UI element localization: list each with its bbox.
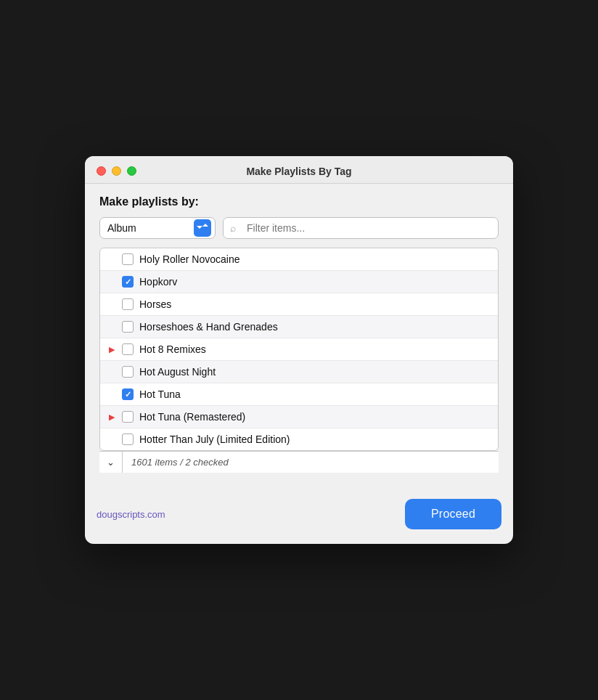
- item-label: Hopkorv: [139, 276, 489, 288]
- dougscripts-link[interactable]: dougscripts.com: [97, 509, 165, 520]
- item-checkbox[interactable]: [122, 388, 134, 400]
- item-label: Hot Tuna: [139, 388, 489, 400]
- list-item: ▶Hot August Night: [100, 361, 498, 383]
- list-item: ▶Horses: [100, 293, 498, 316]
- item-checkbox[interactable]: [122, 298, 134, 310]
- traffic-lights: [97, 166, 136, 176]
- item-checkbox[interactable]: [122, 366, 134, 378]
- list-item: ▶Hot Tuna: [100, 383, 498, 406]
- minimize-button[interactable]: [112, 166, 121, 176]
- make-playlists-label: Make playlists by:: [99, 195, 499, 208]
- item-label: Hot 8 Remixes: [139, 343, 489, 355]
- controls-row: Album Artist Genre Year Composer ⌕: [99, 217, 499, 239]
- item-checkbox[interactable]: [122, 253, 134, 265]
- maximize-button[interactable]: [127, 166, 136, 176]
- main-window: Make Playlists By Tag Make playlists by:…: [85, 156, 513, 544]
- content-area: Make playlists by: Album Artist Genre Ye…: [85, 184, 513, 487]
- item-label: Holy Roller Novocaine: [139, 253, 489, 265]
- close-button[interactable]: [97, 166, 106, 176]
- item-checkbox[interactable]: [122, 343, 134, 355]
- item-checkbox[interactable]: [122, 276, 134, 288]
- list-item: ▶Hopkorv: [100, 271, 498, 293]
- item-checkbox[interactable]: [122, 434, 134, 445]
- item-label: Hot August Night: [139, 366, 489, 378]
- list-item: ▶Hotter Than July (Limited Edition): [100, 428, 498, 450]
- play-indicator-icon: ▶: [109, 412, 115, 422]
- status-dropdown[interactable]: ⌄: [99, 452, 123, 473]
- list-item: ▶Holy Roller Novocaine: [100, 248, 498, 271]
- list-item: ▶Hot 8 Remixes: [100, 338, 498, 361]
- item-checkbox[interactable]: [122, 411, 134, 423]
- play-indicator-icon: ▶: [109, 345, 115, 354]
- item-checkbox[interactable]: [122, 321, 134, 333]
- status-text: 1601 items / 2 checked: [123, 452, 237, 473]
- search-icon: ⌕: [230, 222, 236, 234]
- proceed-button[interactable]: Proceed: [405, 499, 501, 529]
- item-label: Hot Tuna (Remastered): [139, 411, 489, 423]
- status-bar: ⌄ 1601 items / 2 checked: [99, 451, 499, 473]
- list-item: ▶Hot Tuna (Remastered): [100, 406, 498, 428]
- search-wrapper: ⌕: [223, 217, 499, 239]
- footer: dougscripts.com Proceed: [85, 487, 513, 544]
- list-item: ▶Horseshoes & Hand Grenades: [100, 316, 498, 338]
- title-bar: Make Playlists By Tag: [85, 156, 513, 184]
- item-label: Hotter Than July (Limited Edition): [139, 434, 489, 445]
- item-label: Horses: [139, 298, 489, 310]
- window-title: Make Playlists By Tag: [246, 166, 351, 177]
- item-label: Horseshoes & Hand Grenades: [139, 321, 489, 333]
- items-list: ▶Holy Roller Novocaine▶Hopkorv▶Horses▶Ho…: [99, 248, 499, 451]
- search-input[interactable]: [223, 217, 499, 239]
- tag-dropdown-wrapper: Album Artist Genre Year Composer: [99, 217, 216, 239]
- tag-dropdown[interactable]: Album Artist Genre Year Composer: [99, 217, 216, 239]
